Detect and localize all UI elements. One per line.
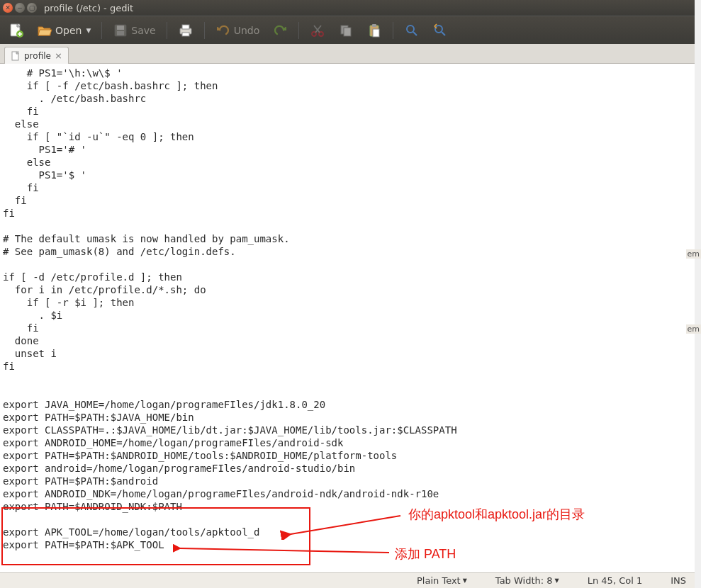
svg-rect-3 <box>117 26 124 30</box>
cut-icon <box>310 23 325 38</box>
paste-button[interactable] <box>362 21 386 40</box>
peek-artifact: em <box>686 324 701 334</box>
find-replace-button[interactable] <box>428 21 452 40</box>
save-label: Save <box>131 25 155 36</box>
print-button[interactable] <box>174 21 198 40</box>
open-dropdown-caret[interactable]: ▼ <box>86 27 91 34</box>
undo-icon <box>215 23 231 38</box>
editor-content: # PS1='\h:\w\$ ' if [ -f /etc/bash.bashr… <box>3 67 457 550</box>
undo-button[interactable]: Undo <box>211 21 264 40</box>
new-file-button[interactable] <box>4 21 28 40</box>
copy-icon <box>338 23 354 38</box>
syntax-label: Plain Text <box>417 575 461 586</box>
cut-button[interactable] <box>305 21 330 40</box>
toolbar: Open ▼ Save Undo <box>0 16 695 44</box>
svg-rect-4 <box>117 31 124 35</box>
document-tab[interactable]: profile × <box>4 47 69 64</box>
window-maximize-button[interactable]: ▢ <box>27 3 37 13</box>
statusbar: Plain Text ▼ Tab Width: 8 ▼ Ln 45, Col 1… <box>0 572 695 588</box>
insert-mode-label: INS <box>671 575 686 586</box>
window-close-button[interactable]: ✕ <box>3 3 13 13</box>
redo-icon <box>272 23 288 38</box>
toolbar-separator <box>167 22 167 39</box>
toolbar-separator <box>101 22 102 39</box>
svg-rect-6 <box>182 25 189 29</box>
svg-rect-14 <box>373 29 379 37</box>
tab-label: profile <box>24 51 51 61</box>
chevron-down-icon: ▼ <box>555 577 559 584</box>
tab-width-label: Tab Width: 8 <box>495 575 553 586</box>
tabbar: profile × <box>0 44 695 64</box>
find-button[interactable] <box>400 21 424 40</box>
new-file-icon <box>9 23 24 38</box>
svg-point-16 <box>435 26 442 33</box>
find-icon <box>404 23 420 38</box>
titlebar: ✕ − ▢ profile (/etc) - gedit <box>0 0 695 16</box>
svg-point-15 <box>407 26 414 33</box>
print-icon <box>178 23 194 38</box>
paste-icon <box>366 23 382 38</box>
position-label: Ln 45, Col 1 <box>588 575 642 586</box>
copy-button[interactable] <box>334 21 358 40</box>
document-icon <box>11 51 21 61</box>
editor-area[interactable]: # PS1='\h:\w\$ ' if [ -f /etc/bash.bashr… <box>0 64 695 572</box>
toolbar-separator <box>298 22 299 39</box>
save-icon <box>113 23 128 38</box>
chevron-down-icon: ▼ <box>463 577 467 584</box>
svg-rect-7 <box>182 33 189 36</box>
window-minimize-button[interactable]: − <box>15 3 25 13</box>
redo-button[interactable] <box>268 21 292 40</box>
insert-mode[interactable]: INS <box>671 575 686 586</box>
syntax-mode-selector[interactable]: Plain Text ▼ <box>417 575 467 586</box>
save-button[interactable]: Save <box>108 21 159 40</box>
undo-label: Undo <box>234 25 260 36</box>
toolbar-separator <box>204 22 205 39</box>
peek-artifact: em <box>686 249 701 259</box>
open-label: Open <box>55 25 82 36</box>
open-button[interactable]: Open ▼ <box>33 21 95 40</box>
svg-rect-11 <box>344 28 351 36</box>
tab-width-selector[interactable]: Tab Width: 8 ▼ <box>495 575 559 586</box>
find-replace-icon <box>432 23 448 38</box>
window-title: profile (/etc) - gedit <box>44 3 133 13</box>
svg-rect-13 <box>372 24 376 27</box>
tab-close-button[interactable]: × <box>55 50 62 61</box>
folder-open-icon <box>37 23 52 38</box>
toolbar-separator <box>393 22 393 39</box>
cursor-position: Ln 45, Col 1 <box>588 575 642 586</box>
